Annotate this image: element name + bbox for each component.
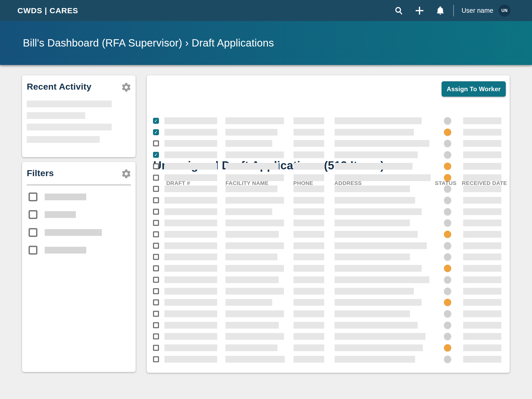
phone-placeholder: [294, 288, 324, 295]
table-row: [147, 320, 510, 331]
facility-name-placeholder: [225, 299, 272, 306]
table-row: ✓: [147, 149, 510, 161]
status-dot: [444, 288, 451, 295]
status-dot: [444, 219, 451, 227]
table-row: ✓: [147, 115, 510, 127]
user-avatar[interactable]: UN: [498, 5, 510, 17]
row-checkbox[interactable]: [153, 356, 159, 362]
user-name[interactable]: User name: [462, 7, 493, 14]
row-checkbox[interactable]: [153, 311, 159, 317]
address-placeholder: [335, 356, 415, 363]
phone-placeholder: [294, 231, 324, 238]
draft-number-placeholder: [164, 299, 217, 306]
draft-number-placeholder: [164, 220, 217, 226]
phone-placeholder: [294, 151, 324, 158]
filters-divider: [27, 185, 131, 185]
filter-checkbox[interactable]: [29, 246, 37, 255]
add-icon[interactable]: [414, 5, 425, 16]
address-placeholder: [335, 310, 410, 317]
row-checkbox[interactable]: [153, 243, 159, 249]
address-placeholder: [335, 322, 418, 329]
phone-placeholder: [294, 322, 324, 329]
phone-placeholder: [294, 140, 324, 147]
row-checkbox[interactable]: ✓: [153, 118, 159, 124]
table-row: [147, 172, 510, 183]
received-date-placeholder: [463, 356, 501, 363]
notifications-icon[interactable]: [435, 5, 446, 16]
activity-placeholder-bar: [27, 112, 85, 119]
search-icon[interactable]: [393, 5, 404, 16]
table-row: [147, 251, 510, 263]
received-date-placeholder: [463, 151, 501, 158]
breadcrumb[interactable]: Bill's Dashboard (RFA Supervisor) › Draf…: [23, 37, 274, 49]
row-checkbox[interactable]: [153, 277, 159, 283]
status-dot: [444, 276, 451, 283]
row-checkbox[interactable]: [153, 163, 159, 169]
row-checkbox[interactable]: [153, 231, 159, 237]
row-checkbox[interactable]: [153, 197, 159, 203]
row-checkbox[interactable]: [153, 288, 159, 294]
phone-placeholder: [294, 276, 324, 283]
filter-row: [22, 192, 136, 201]
filter-checkbox[interactable]: [29, 228, 37, 237]
row-checkbox[interactable]: [153, 345, 159, 351]
filter-checkbox[interactable]: [29, 192, 37, 201]
status-dot: [444, 253, 451, 261]
activity-placeholder-bar: [27, 101, 112, 107]
facility-name-placeholder: [225, 151, 284, 158]
table-row: [147, 195, 510, 206]
status-dot: [444, 129, 451, 136]
phone-placeholder: [294, 344, 324, 351]
row-checkbox[interactable]: [153, 209, 159, 215]
draft-number-placeholder: [164, 174, 217, 181]
row-checkbox[interactable]: [153, 141, 159, 147]
facility-name-placeholder: [225, 254, 277, 260]
status-dot: [444, 174, 451, 181]
address-placeholder: [335, 344, 423, 351]
row-checkbox[interactable]: [153, 322, 159, 328]
phone-placeholder: [294, 242, 324, 249]
facility-name-placeholder: [225, 265, 284, 272]
phone-placeholder: [294, 333, 324, 340]
row-checkbox[interactable]: ✓: [153, 129, 159, 135]
row-checkbox[interactable]: [153, 300, 159, 305]
activity-placeholder-bar: [27, 136, 100, 143]
gear-icon[interactable]: [121, 82, 131, 92]
received-date-placeholder: [463, 220, 501, 226]
phone-placeholder: [294, 174, 324, 181]
received-date-placeholder: [463, 322, 501, 329]
status-dot: [444, 242, 451, 249]
address-placeholder: [335, 140, 429, 147]
address-placeholder: [335, 151, 418, 158]
received-date-placeholder: [463, 254, 501, 260]
navbar-divider: [453, 5, 454, 16]
filters-card: Filters: [22, 162, 136, 372]
row-checkbox[interactable]: [153, 175, 159, 181]
applications-table: ✓✓✓: [147, 75, 510, 373]
status-dot: [444, 310, 451, 317]
row-checkbox[interactable]: ✓: [153, 152, 159, 158]
table-row: ✓: [147, 127, 510, 138]
filter-checkbox[interactable]: [29, 210, 37, 219]
row-checkbox[interactable]: [153, 220, 159, 226]
draft-number-placeholder: [164, 231, 217, 238]
facility-name-placeholder: [225, 356, 285, 363]
address-placeholder: [335, 174, 431, 181]
facility-name-placeholder: [225, 333, 284, 340]
status-dot: [444, 197, 451, 204]
address-placeholder: [335, 220, 410, 226]
filter-row: [22, 210, 136, 219]
row-checkbox[interactable]: [153, 186, 159, 192]
address-placeholder: [335, 197, 415, 204]
filter-label-placeholder: [45, 211, 76, 218]
status-dot: [444, 185, 451, 192]
row-checkbox[interactable]: [153, 254, 159, 260]
phone-placeholder: [294, 117, 324, 124]
row-checkbox[interactable]: [153, 334, 159, 340]
phone-placeholder: [294, 356, 324, 363]
address-placeholder: [335, 117, 422, 124]
row-checkbox[interactable]: [153, 265, 159, 271]
gear-icon[interactable]: [121, 169, 131, 179]
status-dot: [444, 322, 451, 329]
facility-name-placeholder: [225, 117, 284, 124]
